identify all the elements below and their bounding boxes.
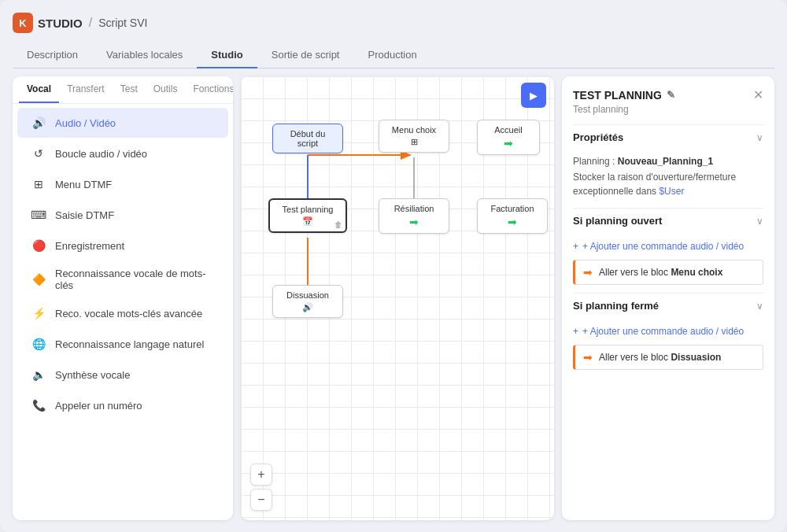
enregistrement-icon: 🔴 [30,237,47,254]
menu-item-reco-vocale[interactable]: 🔶 Reconnaissance vocale de mots-clés [17,261,228,297]
section-ouvert-title: Si planning ouvert [573,215,662,227]
play-icon: ▶ [530,90,538,102]
menu-item-saisie-dtmf[interactable]: ⌨ Saisie DTMF [17,200,228,230]
left-tab-outils[interactable]: Outils [146,76,186,103]
tab-description[interactable]: Description [13,42,92,68]
menu-item-synthese-vocale[interactable]: 🔈 Synthèse vocale [17,360,228,390]
zoom-in-button[interactable]: + [250,464,272,486]
saisie-dtmf-icon: ⌨ [30,206,47,224]
zoom-controls: + − [250,464,272,511]
proprietes-chevron: ∨ [756,132,763,143]
section-ferme-header[interactable]: Si planning fermé ∨ [573,293,763,318]
section-ferme-title: Si planning fermé [573,300,659,312]
node-menu-choix-label: Menu choix [392,125,436,135]
node-start-label: Début du script [290,129,326,148]
appeler-icon: 📞 [30,397,47,414]
user-var: $User [659,186,684,197]
add-command-ouvert[interactable]: + + Ajouter une commande audio / vidéo [573,238,763,255]
breadcrumb-separator: / [89,16,92,30]
node-facturation-label: Facturation [490,204,534,213]
add-icon-ferme: + [573,326,578,337]
app-logo[interactable]: K STUDIO [13,13,83,33]
audio-video-icon: 🔊 [30,114,47,131]
reco-vocale-icon: 🔶 [30,271,47,288]
right-panel: TEST PLANNING ✎ ✕ Test planning Propriét… [562,76,774,520]
node-start[interactable]: Début du script [272,124,343,153]
node-accueil-label: Accueil [494,125,522,135]
menu-item-boucle-audio[interactable]: ↺ Boucle audio / vidéo [17,139,228,168]
accueil-arrow: ➡ [504,137,513,150]
left-tab-vocal[interactable]: Vocal [19,76,59,103]
resiliation-arrow: ➡ [409,216,419,228]
menu-choix-icon: ⊞ [387,137,441,147]
langage-naturel-icon: 🌐 [30,335,47,353]
canvas-grid[interactable]: ▶ [241,76,554,520]
menu-item-reco-avancee[interactable]: ⚡ Reco. vocale mots-clés avancée [17,298,228,328]
play-button[interactable]: ▶ [521,83,546,108]
node-dissuasion[interactable]: Dissuasion 🔊 [272,285,343,318]
node-delete-icon[interactable]: 🗑 [334,220,342,229]
facturation-icon: ➡ [486,216,539,228]
node-facturation[interactable]: Facturation ➡ [477,198,548,234]
resiliation-icon: ➡ [387,216,441,228]
section-proprietes-header[interactable]: Propriétés ∨ [573,124,763,150]
section-ferme-body: + + Ajouter une commande audio / vidéo ➡… [573,318,763,378]
tab-sortie[interactable]: Sortie de script [257,42,354,68]
node-resiliation-label: Résiliation [394,204,434,213]
node-menu-choix[interactable]: Menu choix ⊞ [379,120,449,153]
prop-stocker: Stocker la raison d'ouverture/fermeture … [573,170,763,198]
facturation-arrow: ➡ [508,216,517,228]
command-block-ferme[interactable]: ➡ Aller vers le bloc Dissuasion [573,345,763,370]
panel-title: TEST PLANNING ✎ [573,89,675,102]
test-planning-icon: 📅 [278,216,338,227]
cmd-text-ferme: Aller vers le bloc Dissuasion [599,352,721,363]
menu-item-audio-video[interactable]: 🔊 Audio / Vidéo [17,108,228,138]
cmd-text-ouvert: Aller vers le bloc Menu choix [599,267,722,278]
accueil-icon: ➡ [486,137,531,150]
tab-production[interactable]: Production [353,42,430,68]
node-test-planning-label: Test planning [283,205,334,214]
synthese-vocale-icon: 🔈 [30,366,47,383]
prop-planning: Planning : Nouveau_Planning_1 [573,154,763,168]
breadcrumb-title: Script SVI [98,17,147,29]
menu-item-langage-naturel[interactable]: 🌐 Reconnaissance langage naturel [17,329,228,359]
ouvert-chevron: ∨ [756,216,763,227]
zoom-out-button[interactable]: − [250,489,272,511]
add-icon-ouvert: + [573,241,578,252]
left-panel: Vocal Transfert Test Outils Fonctions 🔗 … [13,76,233,520]
left-tab-transfert[interactable]: Transfert [59,76,113,103]
logo-icon: K [13,13,33,33]
cmd-arrow-ferme: ➡ [583,351,593,364]
menu-item-menu-dtmf[interactable]: ⊞ Menu DTMF [17,169,228,199]
menu-items-list: 🔊 Audio / Vidéo ↺ Boucle audio / vidéo ⊞… [13,104,233,520]
tab-studio[interactable]: Studio [197,42,257,68]
left-tabs: Vocal Transfert Test Outils Fonctions 🔗 … [13,76,233,104]
add-command-ferme[interactable]: + + Ajouter une commande audio / vidéo [573,323,763,340]
canvas-area[interactable]: ▶ [241,76,554,520]
node-test-planning[interactable]: Test planning 📅 🗑 [268,198,347,233]
edit-title-icon[interactable]: ✎ [667,89,675,101]
close-panel-button[interactable]: ✕ [753,87,763,102]
section-ouvert-body: + + Ajouter une commande audio / vidéo ➡… [573,233,763,293]
dissuasion-icon: 🔊 [281,302,334,312]
command-block-ouvert[interactable]: ➡ Aller vers le bloc Menu choix [573,260,763,285]
menu-item-appeler-numero[interactable]: 📞 Appeler un numéro [17,390,228,420]
left-tab-test[interactable]: Test [113,76,146,103]
menu-item-enregistrement[interactable]: 🔴 Enregistrement [17,231,228,260]
panel-header: TEST PLANNING ✎ ✕ [573,87,763,102]
node-dissuasion-label: Dissuasion [286,290,329,300]
boucle-icon: ↺ [30,145,47,162]
section-proprietes-title: Propriétés [573,131,623,143]
cmd-arrow-ouvert: ➡ [583,266,593,279]
node-resiliation[interactable]: Résiliation ➡ [379,198,449,234]
planning-value: Nouveau_Planning_1 [618,156,713,167]
panel-subtitle: Test planning [573,104,763,115]
node-accueil[interactable]: Accueil ➡ [477,120,540,155]
section-proprietes-body: Planning : Nouveau_Planning_1 Stocker la… [573,150,763,208]
menu-dtmf-icon: ⊞ [30,175,47,193]
nav-tabs: Description Variables locales Studio Sor… [13,42,774,68]
tab-variables[interactable]: Variables locales [92,42,197,68]
brand-name: STUDIO [38,17,83,30]
left-tab-fonctions[interactable]: Fonctions [185,76,233,103]
section-ouvert-header[interactable]: Si planning ouvert ∨ [573,208,763,233]
